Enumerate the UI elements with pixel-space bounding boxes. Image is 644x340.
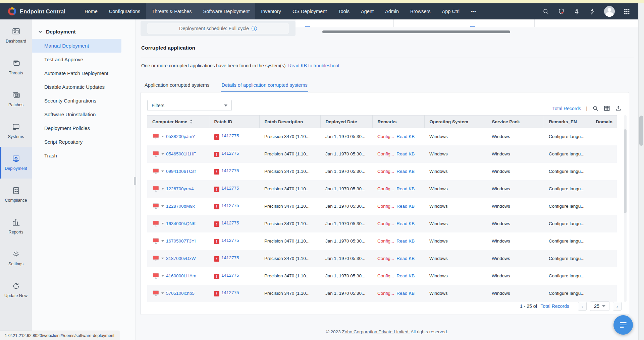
sidebar-section-deployment[interactable]: Deployment (32, 25, 136, 39)
read-kb-link[interactable]: Read KB (396, 204, 415, 209)
sidebar-item-script-repository[interactable]: Script Repository (32, 135, 121, 149)
patch-id-link[interactable]: 1412775 (221, 186, 239, 191)
computer-name-link[interactable]: 0538200pJmY (166, 134, 195, 139)
rail-item-compliance[interactable]: Compliance (0, 179, 32, 210)
total-records-link[interactable]: Total Records (552, 106, 581, 111)
computer-icon[interactable] (152, 238, 159, 244)
read-kb-troubleshoot-link[interactable]: Read KB to troubleshoot. (288, 63, 340, 68)
filters-dropdown[interactable]: Filters (147, 100, 232, 111)
brand[interactable]: Endpoint Central (0, 3, 79, 19)
computer-icon[interactable] (152, 168, 159, 175)
sidebar-item-manual-deployment[interactable]: Manual Deployment (32, 39, 121, 53)
rail-item-systems[interactable]: Systems (0, 115, 32, 147)
read-kb-link[interactable]: Read KB (396, 256, 415, 261)
computer-icon[interactable] (152, 290, 159, 296)
col-operating-system[interactable]: Operating System (424, 116, 487, 128)
chevron-down-icon[interactable] (161, 153, 164, 155)
5705100ichb5[interactable]: 5705100ichb5 1412775 Precision 3470 (1.1… (147, 285, 617, 302)
zoho-corporation-link[interactable]: Zoho Corporation Private Limited. (342, 329, 410, 334)
05465001I1HF[interactable]: 05465001I1HF 1412775 Precision 3470 (1.1… (147, 145, 617, 163)
sidebar-item-automate-patch-deployment[interactable]: Automate Patch Deployment (32, 66, 121, 80)
chevron-down-icon[interactable] (161, 188, 164, 190)
column-chooser-icon[interactable] (604, 105, 610, 112)
rail-item-threats[interactable]: Threats (0, 51, 32, 83)
patch-id-link[interactable]: 1412775 (221, 220, 239, 225)
chevron-down-icon[interactable] (161, 171, 164, 172)
sidebar-item-deployment-policies[interactable]: Deployment Policies (32, 121, 121, 135)
computer-icon[interactable] (152, 151, 159, 157)
chevron-down-icon[interactable] (161, 136, 164, 137)
computer-icon[interactable] (152, 220, 159, 227)
nav-os-deployment[interactable]: OS Deployment (287, 3, 332, 19)
patch-id-link[interactable]: 1412775 (221, 238, 239, 243)
tab-application-corrupted-systems[interactable]: Application corrupted systems (144, 80, 210, 92)
col-computer-name[interactable]: Computer Name (147, 116, 209, 128)
sidebar-item-trash[interactable]: Trash (32, 149, 121, 162)
rocket-icon[interactable] (573, 8, 580, 15)
nav-threats-patches[interactable]: Threats & Patches (146, 3, 197, 19)
sidebar-item-disable-automatic-updates[interactable]: Disable Automatic Updates (32, 80, 121, 94)
patch-id-link[interactable]: 1412775 (221, 255, 239, 260)
0538200pJmY[interactable]: 0538200pJmY 1412775 Precision 3470 (1.10… (147, 128, 617, 145)
export-icon[interactable] (615, 105, 622, 112)
1226700yrrv4[interactable]: 1226700yrrv4 1412775 Precision 3470 (1.1… (147, 180, 617, 198)
nav-configurations[interactable]: Configurations (103, 3, 146, 19)
lightning-icon[interactable] (589, 8, 596, 15)
rail-item-deployment[interactable]: Deployment (0, 147, 32, 179)
nav-software-deployment[interactable]: Software Deployment (198, 3, 256, 19)
computer-name-link[interactable]: 09941006TCsf (166, 169, 196, 174)
1634000kQNK[interactable]: 1634000kQNK 1412775 Precision 3470 (1.10… (147, 215, 617, 232)
next-page-button[interactable]: › (613, 302, 622, 311)
col-domain[interactable]: Domain (591, 116, 617, 128)
nav-browsers[interactable]: Browsers (405, 3, 436, 19)
col-service-pack[interactable]: Service Pack (487, 116, 544, 128)
table-scrollbar-thumb[interactable] (624, 129, 627, 213)
rail-item-update-now[interactable]: Update Now (0, 274, 32, 306)
chevron-down-icon[interactable] (161, 223, 164, 224)
patch-id-link[interactable]: 1412775 (221, 203, 239, 208)
09941006TCsf[interactable]: 09941006TCsf 1412775 Precision 3470 (1.1… (147, 163, 617, 180)
nav-app-ctrl[interactable]: App Ctrl (436, 3, 465, 19)
sidebar-resize-handle[interactable] (134, 177, 136, 185)
nav-more[interactable]: ••• (465, 3, 482, 19)
computer-name-link[interactable]: 16705007T3YI (166, 239, 196, 244)
computer-icon[interactable] (152, 186, 159, 192)
search-icon[interactable] (542, 8, 549, 15)
col-patch-description[interactable]: Patch Description (259, 116, 320, 128)
patch-id-link[interactable]: 1412775 (221, 133, 239, 138)
computer-name-link[interactable]: 1226700yrrv4 (166, 186, 194, 191)
read-kb-link[interactable]: Read KB (396, 239, 415, 244)
chevron-down-icon[interactable] (161, 292, 164, 294)
computer-name-link[interactable]: 5705100ichb5 (166, 291, 195, 296)
info-icon[interactable]: i (252, 26, 257, 31)
col-deployed-date[interactable]: Deployed Date (320, 116, 372, 128)
computer-name-link[interactable]: 1634000kQNK (166, 221, 196, 226)
rail-item-dashboard[interactable]: Dashboard (0, 19, 32, 51)
chevron-down-icon[interactable] (161, 275, 164, 277)
read-kb-link[interactable]: Read KB (396, 134, 415, 139)
patch-id-link[interactable]: 1412775 (221, 273, 239, 278)
3187000vDxW[interactable]: 3187000vDxW 1412775 Precision 3470 (1.10… (147, 250, 617, 267)
computer-name-link[interactable]: 4160000LHAm (166, 273, 196, 278)
nav-agent[interactable]: Agent (355, 3, 379, 19)
search-icon[interactable] (592, 105, 599, 112)
chevron-down-icon[interactable] (161, 205, 164, 207)
sort-icon[interactable] (190, 120, 193, 124)
computer-name-link[interactable]: 05465001I1HF (166, 151, 196, 156)
4160000LHAm[interactable]: 4160000LHAm 1412775 Precision 3470 (1.10… (147, 267, 617, 285)
1228700bM9x[interactable]: 1228700bM9x 1412775 Precision 3470 (1.10… (147, 198, 617, 215)
col-remarks-en[interactable]: Remarks_EN (544, 116, 591, 128)
pagination-total-records-link[interactable]: Total Records (540, 303, 569, 309)
col-patch-id[interactable]: Patch ID (209, 116, 259, 128)
read-kb-link[interactable]: Read KB (396, 273, 415, 278)
apps-grid-icon[interactable] (623, 8, 630, 15)
horizontal-scrollbar-thumb[interactable] (322, 30, 510, 33)
sidebar-item-test-and-approve[interactable]: Test and Approve (32, 53, 121, 66)
16705007T3YI[interactable]: 16705007T3YI 1412775 Precision 3470 (1.1… (147, 232, 617, 250)
page-scrollbar-thumb[interactable] (639, 116, 643, 146)
nav-admin[interactable]: Admin (379, 3, 405, 19)
rail-item-settings[interactable]: Settings (0, 242, 32, 274)
nav-home[interactable]: Home (79, 3, 103, 19)
page-size-select[interactable]: 25 (590, 301, 609, 311)
read-kb-link[interactable]: Read KB (396, 291, 415, 296)
